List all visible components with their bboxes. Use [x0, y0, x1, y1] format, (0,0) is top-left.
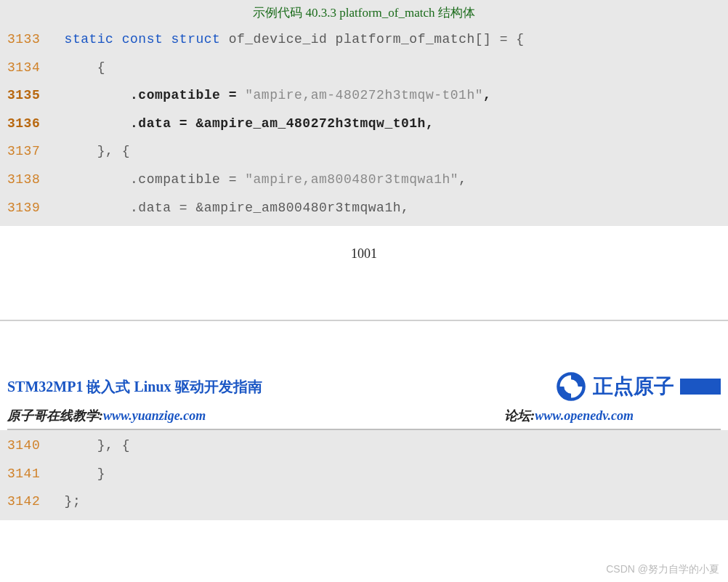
code-block-bottom: 3140 }, {3141 }3142 };: [0, 430, 728, 520]
line-number: 3137: [7, 140, 48, 163]
code-text: .compatible = "ampire,am-480272h3tmqw-t0…: [48, 84, 721, 107]
header-links-row: 原子哥在线教学:www.yuanzige.com 论坛:www.openedv.…: [7, 405, 721, 430]
code-line: 3138 .compatible = "ampire,am800480r3tmq…: [0, 166, 728, 194]
code-text: static const struct of_device_id platfor…: [48, 28, 721, 51]
code-line: 3134 {: [0, 54, 728, 82]
forum-link: 论坛:www.openedv.com: [504, 407, 634, 424]
code-text: .data = &ampire_am_480272h3tmqw_t01h,: [48, 113, 721, 135]
brand-accent-box: [680, 379, 721, 395]
code-lines-bottom: 3140 }, {3141 }3142 };: [0, 432, 728, 516]
code-line: 3142 };: [0, 488, 728, 516]
brand-name: 正点原子: [593, 373, 674, 400]
code-line: 3139 .data = &ampire_am800480r3tmqwa1h,: [0, 194, 728, 222]
teach-label: 原子哥在线教学:: [7, 408, 103, 423]
code-block-top: 示例代码 40.3.3 platform_of_match 结构体 3133 s…: [0, 0, 728, 226]
brand-logo-icon: [555, 371, 587, 403]
line-number: 3139: [7, 197, 48, 219]
code-text: };: [48, 490, 721, 513]
line-number: 3142: [7, 490, 48, 513]
forum-label: 论坛:: [504, 408, 535, 423]
code-text: }: [48, 463, 721, 485]
code-line: 3135 .compatible = "ampire,am-480272h3tm…: [0, 81, 728, 110]
line-number: 3141: [7, 463, 48, 485]
code-line: 3140 }, {: [0, 432, 728, 460]
code-text: }, {: [48, 435, 721, 457]
code-text: .compatible = "ampire,am800480r3tmqwa1h"…: [48, 169, 721, 191]
code-lines-top: 3133 static const struct of_device_id pl…: [0, 25, 728, 222]
line-number: 3133: [7, 28, 48, 51]
code-text: {: [48, 57, 721, 79]
teach-link: 原子哥在线教学:www.yuanzige.com: [7, 407, 206, 424]
code-line: 3136 .data = &ampire_am_480272h3tmqw_t01…: [0, 110, 728, 138]
code-line: 3133 static const struct of_device_id pl…: [0, 25, 728, 54]
line-number: 3134: [7, 57, 48, 79]
line-number: 3136: [7, 113, 48, 135]
line-number: 3138: [7, 169, 48, 191]
teach-url[interactable]: www.yuanzige.com: [103, 408, 206, 423]
line-number: 3135: [7, 84, 48, 107]
line-number: 3140: [7, 435, 48, 457]
forum-url[interactable]: www.openedv.com: [535, 408, 634, 423]
code-text: }, {: [48, 140, 721, 163]
page-header: STM32MP1 嵌入式 Linux 驱动开发指南 正点原子 原子哥在线教学:w…: [0, 321, 728, 430]
page-number: 1001: [0, 246, 728, 262]
document-title: STM32MP1 嵌入式 Linux 驱动开发指南: [7, 377, 262, 397]
brand-block: 正点原子: [555, 371, 721, 403]
code-text: .data = &ampire_am800480r3tmqwa1h,: [48, 197, 721, 219]
code-listing-title: 示例代码 40.3.3 platform_of_match 结构体: [0, 1, 728, 25]
code-line: 3141 }: [0, 460, 728, 488]
code-line: 3137 }, {: [0, 137, 728, 166]
